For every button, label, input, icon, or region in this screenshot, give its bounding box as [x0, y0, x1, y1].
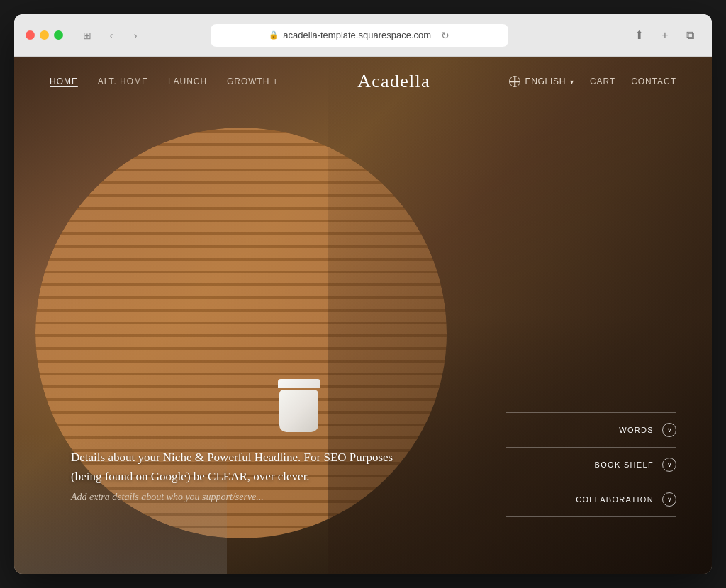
sidebar-toggle-button[interactable]: ⊞ [77, 26, 97, 45]
nav-alt-home[interactable]: ALT. HOME [98, 77, 148, 86]
forward-button[interactable]: › [125, 26, 145, 45]
website-content: HOME ALT. HOME LAUNCH GROWTH + Acadella … [14, 57, 712, 574]
accordion-item-collaboration[interactable]: COLLABORATION ∨ [506, 482, 676, 517]
traffic-lights [26, 30, 63, 40]
cup-lid [278, 379, 320, 388]
browser-controls: ⊞ ‹ › [77, 26, 145, 45]
site-brand[interactable]: Acadella [279, 71, 510, 92]
accordion-item-bookshelf[interactable]: BOOK SHELF ∨ [506, 447, 676, 482]
cup-body [279, 390, 318, 432]
coffee-cup [279, 379, 322, 432]
new-tab-button[interactable]: + [655, 26, 675, 45]
accordion-label-bookshelf: BOOK SHELF [595, 460, 654, 469]
url-text: acadella-template.squarespace.com [283, 30, 431, 40]
accordion-label-words: WORDS [619, 426, 654, 434]
globe-icon [509, 76, 520, 87]
accordion-label-collaboration: COLLABORATION [576, 495, 654, 504]
back-button[interactable]: ‹ [101, 26, 121, 45]
hero-headline: Details about your Niche & Powerful Head… [71, 448, 411, 486]
nav-growth[interactable]: GROWTH + [227, 77, 279, 86]
chevron-down-icon: ▾ [570, 78, 574, 86]
minimize-button[interactable] [40, 30, 49, 40]
accordion-chevron-bookshelf: ∨ [662, 458, 676, 472]
main-nav: HOME ALT. HOME LAUNCH GROWTH + Acadella … [14, 57, 712, 106]
nav-launch[interactable]: LAUNCH [168, 77, 207, 86]
hero-subheadline: Add extra details about who you support/… [71, 492, 411, 503]
browser-window: ⊞ ‹ › 🔒 acadella-template.squarespace.co… [14, 14, 712, 574]
share-button[interactable]: ⬆ [630, 26, 649, 45]
tabs-button[interactable]: ⧉ [681, 26, 700, 45]
maximize-button[interactable] [54, 30, 63, 40]
hero-content: Details about your Niche & Powerful Head… [71, 448, 411, 503]
nav-contact[interactable]: CONTACT [631, 77, 676, 86]
lock-icon: 🔒 [269, 30, 279, 40]
browser-chrome: ⊞ ‹ › 🔒 acadella-template.squarespace.co… [14, 14, 712, 57]
accordion-panel: WORDS ∨ BOOK SHELF ∨ COLLABORATION ∨ [506, 412, 676, 517]
nav-left: HOME ALT. HOME LAUNCH GROWTH + [50, 77, 279, 86]
address-bar[interactable]: 🔒 acadella-template.squarespace.com ↻ [211, 24, 508, 47]
accordion-chevron-words: ∨ [662, 423, 676, 437]
language-selector[interactable]: ENGLISH ▾ [509, 76, 574, 87]
accordion-item-words[interactable]: WORDS ∨ [506, 412, 676, 447]
browser-actions: ⬆ + ⧉ [630, 26, 700, 45]
nav-right: ENGLISH ▾ CART CONTACT [509, 76, 676, 87]
accordion-chevron-collaboration: ∨ [662, 492, 676, 507]
refresh-icon[interactable]: ↻ [441, 30, 449, 41]
language-label: ENGLISH [525, 77, 566, 86]
nav-home[interactable]: HOME [50, 77, 78, 86]
nav-cart[interactable]: CART [590, 77, 615, 86]
close-button[interactable] [26, 30, 35, 40]
